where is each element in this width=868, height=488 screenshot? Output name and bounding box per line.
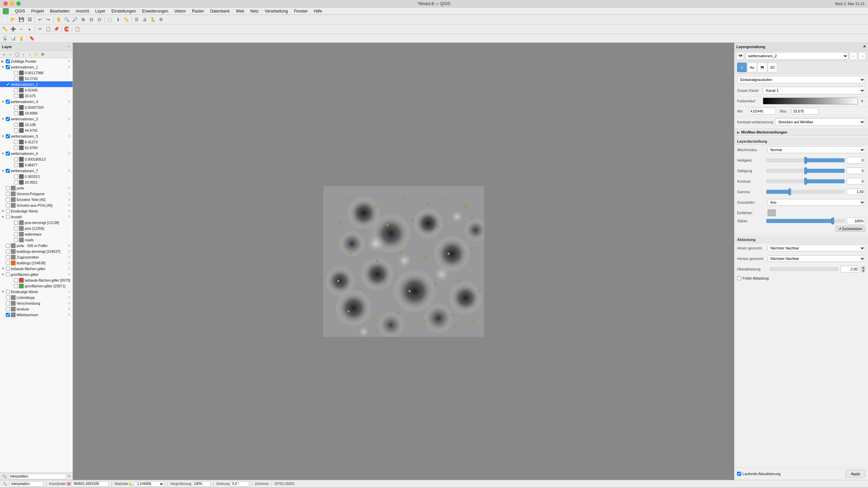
menu-erweiterungen[interactable]: Erweiterungen	[139, 8, 171, 14]
layer-checkbox-wettersationen_6[interactable]	[6, 151, 10, 156]
layer-item-wettersationen_1[interactable]: ▼wettersationen_1⊡	[0, 64, 73, 70]
oversampling-down-icon[interactable]: ▼	[861, 269, 865, 272]
menu-fenster[interactable]: Fenster	[291, 8, 311, 14]
layer-checkbox-wettersationen_1[interactable]	[6, 65, 10, 69]
brightness-input[interactable]	[847, 157, 865, 164]
add-feature-btn[interactable]: ➕	[9, 25, 17, 33]
colorize-strength-slider[interactable]	[766, 219, 845, 223]
colorize-color-preview[interactable]	[768, 209, 776, 216]
menu-netz[interactable]: Netz	[248, 8, 261, 14]
layer-expand-icon[interactable]: ▼	[1, 267, 5, 270]
menu-datenbank[interactable]: Datenbank	[208, 8, 233, 14]
pan-btn[interactable]: ✋	[55, 16, 62, 23]
contrast-select[interactable]: Strecken auf MinMax	[775, 118, 865, 126]
digitize-btn[interactable]: ✏️	[1, 25, 9, 33]
gps-btn[interactable]: 📡	[1, 35, 9, 42]
layer-item-ws6_val2[interactable]: 9.96877	[0, 162, 73, 168]
minimize-button[interactable]	[10, 1, 14, 6]
layer-checkbox-zugeschnitten[interactable]	[6, 255, 10, 259]
layer-zoom-btn[interactable]: ⊡	[67, 313, 71, 317]
layer-item-bebaute_flaechen_gitter[interactable]: ▼bebaute-flächen-gitter⊡	[0, 266, 73, 271]
menu-ansicht[interactable]: Ansicht	[73, 8, 92, 14]
layer-checkbox-voronoi[interactable]	[6, 192, 10, 196]
filter-layer-btn[interactable]: ⚡	[33, 52, 39, 58]
layer-item-ws1_val2[interactable]: 53.2743	[0, 76, 73, 81]
layer-expand-icon[interactable]: ▼	[1, 290, 5, 293]
layer-checkbox-landuse[interactable]	[6, 307, 10, 311]
layer-zoom-btn[interactable]: ⊡	[67, 307, 71, 311]
colorize-handle[interactable]	[831, 218, 834, 224]
style-icon-3d[interactable]: 3D	[768, 63, 777, 72]
early-resampling-label[interactable]: Frühe Abtastung	[737, 276, 865, 280]
color-ramp-preview[interactable]	[763, 98, 858, 104]
layer-zoom-btn[interactable]: ⊡	[67, 215, 71, 219]
menu-hilfe[interactable]: Hilfe	[311, 8, 325, 14]
layer-item-buildings_bereinigt[interactable]: buildings-bereinigt [154637]⊡	[0, 248, 73, 254]
layer-zoom-btn[interactable]: ⊡	[67, 100, 71, 104]
move-feature-btn[interactable]: ↔	[18, 25, 25, 33]
info-btn[interactable]: ℹ	[114, 16, 122, 23]
save-btn[interactable]: 💾	[18, 16, 25, 23]
colorize-reset-btn[interactable]: ↺ Zurücksetzen	[835, 226, 865, 232]
zoom-selection-btn[interactable]: ⊡	[96, 16, 103, 23]
layer-down-btn[interactable]: ↓	[27, 52, 33, 58]
layer-zoom-btn[interactable]: ⊡	[67, 301, 71, 305]
layer-zoom-btn[interactable]: ⊡	[67, 255, 71, 259]
measure-btn[interactable]: 📏	[122, 16, 130, 23]
layer-item-zugeschnitten[interactable]: Zugeschnitten⊡	[0, 254, 73, 260]
new-project-btn[interactable]: 📄	[1, 16, 9, 23]
menu-qgis[interactable]: QGIS	[12, 8, 28, 14]
color-ramp-dropdown[interactable]: ▾	[859, 98, 865, 104]
layer-item-verschneidung[interactable]: Verschneidung⊡	[0, 300, 73, 306]
maximize-button[interactable]	[16, 1, 21, 6]
layer-item-ws5_val1[interactable]: 6.41273	[0, 139, 73, 145]
open-layer-attr-btn[interactable]: 📋	[14, 52, 20, 58]
layer-item-einzelne_teile[interactable]: Einzelne Teile [45]⊡	[0, 197, 73, 202]
layer-checkbox-ws5_val1[interactable]	[14, 140, 18, 144]
add-layer-btn[interactable]: +	[1, 52, 7, 58]
select-btn[interactable]: ⬚	[106, 16, 114, 23]
layer-item-schulen_aus_pois[interactable]: Schulen-aus-POIs [46]⊡	[0, 202, 73, 208]
layer-zoom-btn[interactable]: ⊡	[67, 198, 71, 202]
layer-checkbox-wettersationen_3[interactable]	[6, 117, 10, 121]
python-btn[interactable]: 🐍	[149, 16, 157, 23]
search-clear-icon[interactable]: ✕	[67, 474, 71, 479]
close-button[interactable]	[3, 1, 8, 6]
layer-zoom-btn[interactable]: ⊡	[67, 203, 71, 207]
saturation-handle[interactable]	[804, 167, 807, 174]
layer-checkbox-ws6_val1[interactable]	[14, 157, 18, 161]
layer-zoom-btn[interactable]: ⊡	[67, 169, 71, 173]
layer-item-ws2_val1[interactable]: 4.02445	[0, 87, 73, 93]
layer-checkbox-buildings_154638[interactable]	[6, 261, 10, 265]
layer-checkbox-schulen_aus_pois[interactable]	[6, 203, 10, 207]
layer-item-eindeutige_werte2[interactable]: ▼Eindeutige Werte⊡	[0, 289, 73, 294]
zoom-out-select[interactable]: Nächster Nachbar	[768, 255, 865, 262]
layer-checkbox-ws3_val2[interactable]	[14, 128, 18, 133]
oversampling-stepper[interactable]: ▲ ▼	[861, 266, 865, 272]
layer-settings-btn[interactable]: ⚙	[40, 52, 46, 58]
layer-item-landuse[interactable]: landuse⊡	[0, 306, 73, 312]
layer-checkbox-wettersationen_7[interactable]	[6, 169, 10, 173]
layer-checkbox-ws1_val2[interactable]	[14, 77, 18, 81]
colorize-strength-input[interactable]	[847, 218, 865, 224]
layer-checkbox-pois_12266[interactable]	[14, 226, 18, 230]
layer-checkbox-bebaute_flaechen_gitter[interactable]	[6, 267, 10, 271]
gray-channel-select[interactable]: Kanal 1	[763, 87, 865, 94]
node-tool-btn[interactable]: ⬥	[26, 25, 33, 33]
menu-projekt[interactable]: Projekt	[28, 8, 46, 14]
brightness-handle[interactable]	[804, 157, 807, 164]
layer-checkbox-gruenflaechen_gitter[interactable]	[14, 284, 18, 288]
oversampling-slider[interactable]	[770, 267, 839, 271]
layer-checkbox-bebaute_flaechen_6570[interactable]	[14, 278, 18, 282]
layer-checkbox-waterways[interactable]	[14, 232, 18, 236]
layer-expand-icon[interactable]: ▼	[1, 117, 5, 121]
apply-button[interactable]: Apply	[846, 470, 865, 478]
oversampling-input[interactable]	[841, 266, 859, 272]
max-value-input[interactable]	[791, 108, 818, 115]
layer-zoom-btn[interactable]: ⊡	[67, 249, 71, 253]
live-update-label[interactable]: Laufende Aktualisierung	[737, 470, 781, 478]
layer-checkbox-wettersationen_2[interactable]	[6, 82, 10, 86]
layer-checkbox-ws2_val1[interactable]	[14, 88, 18, 92]
layer-item-roads[interactable]: roads	[0, 237, 73, 243]
layer-expand-icon[interactable]: ▼	[1, 209, 5, 213]
